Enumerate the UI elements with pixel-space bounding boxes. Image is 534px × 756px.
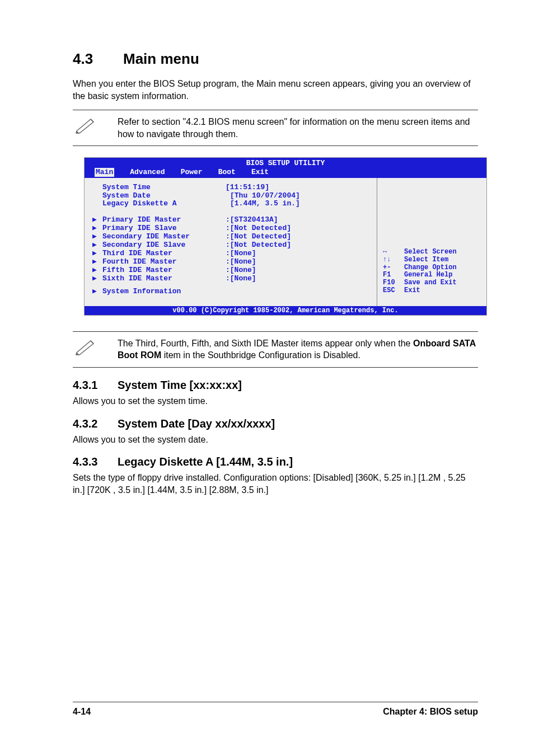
sub-number: 4.3.1 <box>73 379 118 392</box>
page-footer: 4-14 Chapter 4: BIOS setup <box>73 707 478 717</box>
sub-body: Sets the type of floppy drive installed.… <box>73 472 478 496</box>
triangle-right-icon: ▶ <box>92 288 102 296</box>
section-title: Main menu <box>123 50 199 67</box>
pencil-icon <box>73 114 101 136</box>
bios-menu-main[interactable]: Main <box>95 168 114 177</box>
bios-row[interactable]: System Time[11:51:19] <box>92 184 371 192</box>
page-number: 4-14 <box>73 707 91 716</box>
triangle-right-icon: ▶ <box>92 233 102 241</box>
bios-row[interactable]: ▶Sixth IDE Master:[None] <box>92 275 371 283</box>
bios-row[interactable]: ▶Primary IDE Master:[ST320413A] <box>92 216 371 224</box>
bios-row[interactable]: ▶Fifth IDE Master:[None] <box>92 266 371 275</box>
bios-menu-advanced[interactable]: Advanced <box>130 168 165 177</box>
sub-body: Allows you to set the system time. <box>73 395 478 407</box>
sub-number: 4.3.3 <box>73 456 118 468</box>
subsection-heading: 4.3.3Legacy Diskette A [1.44M, 3.5 in.] <box>73 456 478 468</box>
bios-header: BIOS SETUP UTILITY Main Advanced Power B… <box>85 158 486 177</box>
section-number: 4.3 <box>73 50 123 68</box>
bios-copyright: v00.00 (C)Copyright 1985-2002, American … <box>85 306 486 315</box>
sub-title: System Time [xx:xx:xx] <box>118 379 242 391</box>
chapter-label: Chapter 4: BIOS setup <box>383 707 478 717</box>
bios-row[interactable]: ▶System Information <box>92 288 371 296</box>
bios-body: System Time[11:51:19] System Date[Thu 10… <box>85 178 486 306</box>
footer-rule <box>73 702 478 702</box>
sub-number: 4.3.2 <box>73 417 118 430</box>
bios-menu-boot[interactable]: Boot <box>218 168 236 177</box>
bios-title: BIOS SETUP UTILITY <box>85 159 486 168</box>
bios-row[interactable]: System Date[Thu 10/07/2004] <box>92 192 371 200</box>
note-top-text: Refer to section "4.2.1 BIOS menu screen… <box>118 114 478 142</box>
triangle-right-icon: ▶ <box>92 224 102 233</box>
bios-row[interactable]: ▶Primary IDE Slave:[Not Detected] <box>92 224 371 233</box>
triangle-right-icon: ▶ <box>92 258 102 266</box>
bios-menubar: Main Advanced Power Boot Exit <box>85 168 486 178</box>
triangle-right-icon: ▶ <box>92 250 102 258</box>
note-middle-text: The Third, Fourth, Fifth, and Sixth IDE … <box>118 335 478 364</box>
triangle-right-icon: ▶ <box>92 241 102 250</box>
bios-row[interactable]: ▶Secondary IDE Slave:[Not Detected] <box>92 241 371 250</box>
bios-menu-power[interactable]: Power <box>181 168 203 177</box>
bios-help-row: F1General Help <box>383 271 482 279</box>
bios-row[interactable]: ▶Third IDE Master:[None] <box>92 250 371 258</box>
triangle-right-icon: ▶ <box>92 266 102 275</box>
bios-left-panel: System Time[11:51:19] System Date[Thu 10… <box>85 178 377 306</box>
bios-help-row: ESCExit <box>383 287 482 295</box>
triangle-right-icon: ▶ <box>92 216 102 224</box>
section-intro: When you enter the BIOS Setup program, t… <box>73 78 478 102</box>
sub-body: Allows you to set the system date. <box>73 434 478 446</box>
bios-help-row: F10Save and Exit <box>383 279 482 287</box>
note-block-middle: The Third, Fourth, Fifth, and Sixth IDE … <box>73 331 478 368</box>
note-text-post: item in the Southbridge Configuration is… <box>161 350 360 360</box>
sub-title: System Date [Day xx/xx/xxxx] <box>118 417 275 430</box>
bios-row[interactable]: ▶Secondary IDE Master:[Not Detected] <box>92 233 371 241</box>
pencil-icon <box>73 335 101 358</box>
subsection-heading: 4.3.2System Date [Day xx/xx/xxxx] <box>73 417 478 430</box>
section-heading: 4.3Main menu <box>73 50 478 68</box>
bios-help-panel: ↔Select Screen ↑↓Select Item +-Change Op… <box>377 178 486 306</box>
bios-help-row: +-Change Option <box>383 264 482 272</box>
triangle-right-icon: ▶ <box>92 275 102 283</box>
sub-title: Legacy Diskette A [1.44M, 3.5 in.] <box>118 456 293 468</box>
note-block-top: Refer to section "4.2.1 BIOS menu screen… <box>73 110 478 146</box>
note-text-pre: The Third, Fourth, Fifth, and Sixth IDE … <box>118 339 413 348</box>
bios-row[interactable]: Legacy Diskette A[1.44M, 3.5 in.] <box>92 200 371 208</box>
bios-setup-screenshot: BIOS SETUP UTILITY Main Advanced Power B… <box>84 157 487 315</box>
subsection-heading: 4.3.1System Time [xx:xx:xx] <box>73 379 478 392</box>
bios-menu-exit[interactable]: Exit <box>251 168 269 177</box>
bios-help-row: ↔Select Screen <box>383 248 482 256</box>
bios-row[interactable]: ▶Fourth IDE Master:[None] <box>92 258 371 266</box>
bios-help-row: ↑↓Select Item <box>383 256 482 264</box>
